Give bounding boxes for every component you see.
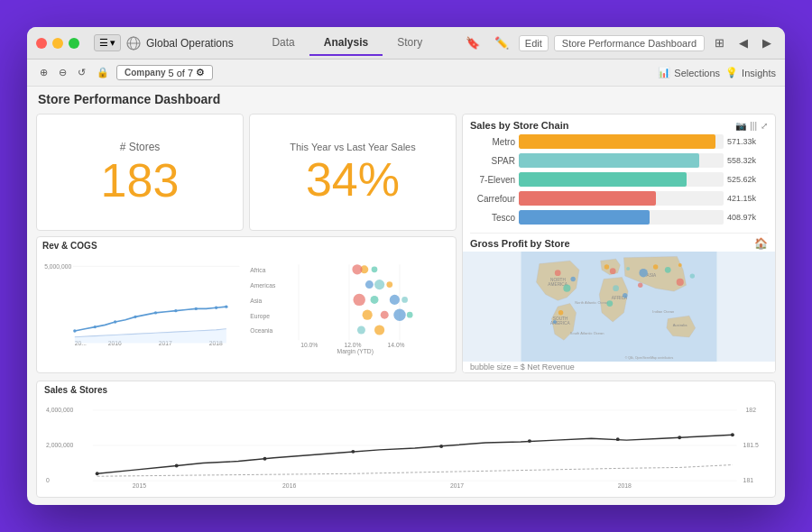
svg-point-91: [175, 464, 179, 468]
title-bar: ☰ ▾ Global Operations Data Analysis Stor…: [27, 27, 785, 60]
svg-point-66: [386, 281, 392, 288]
bar-val-spar: 558.32k: [727, 156, 768, 165]
svg-text:10.0%: 10.0%: [300, 342, 318, 348]
svg-text:Asia: Asia: [250, 298, 262, 304]
bar-row-7eleven: 7-Eleven 525.62k: [470, 172, 768, 187]
svg-point-27: [606, 300, 613, 307]
svg-text:Australia: Australia: [673, 323, 687, 327]
svg-point-93: [351, 450, 355, 454]
rev-cogs-panel: Rev & COGS 5,000,000 20... 2016 2017 201…: [42, 241, 245, 369]
svg-text:2017: 2017: [450, 482, 464, 489]
filter-chip-label: Company: [125, 68, 166, 78]
insights-label: Insights: [742, 68, 776, 78]
svg-point-21: [653, 264, 658, 269]
svg-point-22: [665, 267, 671, 273]
svg-text:2018: 2018: [618, 482, 632, 489]
svg-text:NORTH: NORTH: [550, 278, 566, 282]
grid-icon[interactable]: ⊞: [710, 34, 729, 51]
tab-data[interactable]: Data: [257, 31, 309, 56]
bar-fill-tesco: [519, 210, 650, 225]
svg-text:North Atlantic Ocean: North Atlantic Ocean: [575, 300, 608, 305]
sales-stores-card: Rev & COGS 5,000,000 20... 2016 2017 201…: [36, 236, 457, 373]
map-title-row: Gross Profit by Store 🏠: [463, 234, 775, 252]
toolbar-left: ⊕ ⊖ ↺ 🔒 Company 5 of 7 ⚙: [36, 65, 213, 80]
bar-fill-7eleven: [519, 172, 687, 187]
svg-point-95: [528, 439, 531, 443]
kpi-sales-value: 34%: [306, 156, 400, 203]
pencil-icon[interactable]: ✏️: [490, 34, 513, 51]
maximize-button[interactable]: [69, 38, 79, 49]
svg-text:2015: 2015: [133, 482, 146, 489]
scatter-panel: Africa Americas Asia Europe Oceania 10.0…: [248, 241, 450, 369]
next-button[interactable]: ▶: [758, 34, 776, 51]
close-button[interactable]: [36, 38, 47, 49]
edit-button[interactable]: Edit: [519, 35, 549, 51]
bar-label-metro: Metro: [470, 137, 515, 147]
prev-button[interactable]: ◀: [734, 34, 752, 51]
rev-cogs-title: Rev & COGS: [42, 241, 245, 251]
bar-val-carrefour: 421.15k: [727, 194, 768, 203]
expand-icon[interactable]: ⤢: [761, 121, 768, 131]
svg-point-25: [678, 263, 682, 267]
svg-text:Margin (YTD): Margin (YTD): [337, 348, 374, 355]
svg-point-16: [563, 285, 570, 292]
svg-point-15: [570, 277, 575, 281]
title-bar-left: ☰ ▾ Global Operations: [36, 34, 234, 51]
svg-point-24: [613, 285, 619, 291]
svg-point-40: [94, 326, 97, 328]
sales-stores-title: Sales & Stores: [44, 385, 768, 395]
scatter-chart: Africa Americas Asia Europe Oceania 10.0…: [248, 241, 450, 369]
page-title: Store Performance Dashboard: [27, 87, 785, 110]
menu-button[interactable]: ☰ ▾: [94, 34, 121, 51]
filter-chip-value: 5 of 7: [169, 68, 194, 78]
bar-container-7eleven: [519, 172, 724, 187]
svg-point-29: [690, 273, 695, 278]
map-home-icon[interactable]: 🏠: [754, 237, 768, 250]
filter-chip-company[interactable]: Company 5 of 7 ⚙: [116, 65, 213, 80]
bar-label-spar: SPAR: [470, 156, 515, 166]
chart-title-row: Sales by Store Chain 📷 ||| ⤢: [463, 115, 775, 133]
bookmark-icon[interactable]: 🔖: [461, 34, 484, 51]
svg-text:Americas: Americas: [250, 282, 276, 289]
svg-marker-48: [75, 329, 226, 344]
svg-text:Europe: Europe: [250, 313, 270, 320]
svg-point-96: [616, 437, 620, 441]
tab-analysis[interactable]: Analysis: [309, 31, 383, 56]
selections-button[interactable]: 📊 Selections: [658, 67, 720, 78]
svg-text:South Atlantic Ocean: South Atlantic Ocean: [570, 331, 604, 335]
svg-point-23: [638, 283, 642, 288]
dashboard: # Stores 183 This Year vs Last Year Sale…: [27, 110, 785, 381]
map-area[interactable]: NORTH AMERICA SOUTH AMERICA North Atlant…: [463, 252, 775, 362]
reset-icon[interactable]: ↺: [74, 66, 89, 79]
svg-point-44: [174, 309, 177, 312]
svg-point-76: [374, 325, 384, 335]
svg-text:4,000,000: 4,000,000: [46, 407, 74, 413]
zoom-icon[interactable]: ⊕: [36, 66, 51, 79]
filter-settings-icon[interactable]: ⚙: [196, 67, 205, 78]
svg-point-17: [604, 264, 609, 269]
lock-icon[interactable]: 🔒: [93, 66, 113, 79]
svg-point-74: [407, 312, 413, 318]
app-name: Global Operations: [146, 37, 234, 50]
tab-story[interactable]: Story: [383, 31, 437, 56]
zoom-out-icon[interactable]: ⊖: [55, 66, 70, 79]
minimize-button[interactable]: [52, 38, 63, 49]
svg-point-70: [401, 297, 408, 303]
svg-point-14: [555, 270, 561, 276]
insights-button[interactable]: 💡 Insights: [725, 67, 776, 78]
kpi-sales-label: This Year vs Last Year Sales: [290, 142, 415, 152]
menu-chevron: ▾: [110, 37, 115, 49]
svg-text:Oceania: Oceania: [250, 327, 272, 334]
svg-text:0: 0: [46, 477, 50, 483]
bar-label-carrefour: Carrefour: [470, 194, 515, 204]
kpi-stores-value: 183: [101, 157, 180, 204]
bar-fill-metro: [519, 134, 715, 149]
svg-point-19: [626, 267, 630, 271]
bar-row-spar: SPAR 558.32k: [470, 153, 768, 168]
title-bar-right: 🔖 ✏️ Edit Store Performance Dashboard ⊞ …: [461, 34, 776, 51]
chart-type-icon[interactable]: |||: [750, 121, 757, 131]
globe-icon: [126, 36, 141, 50]
camera-icon[interactable]: 📷: [735, 121, 746, 131]
svg-point-18: [610, 268, 616, 274]
svg-point-20: [639, 269, 647, 277]
